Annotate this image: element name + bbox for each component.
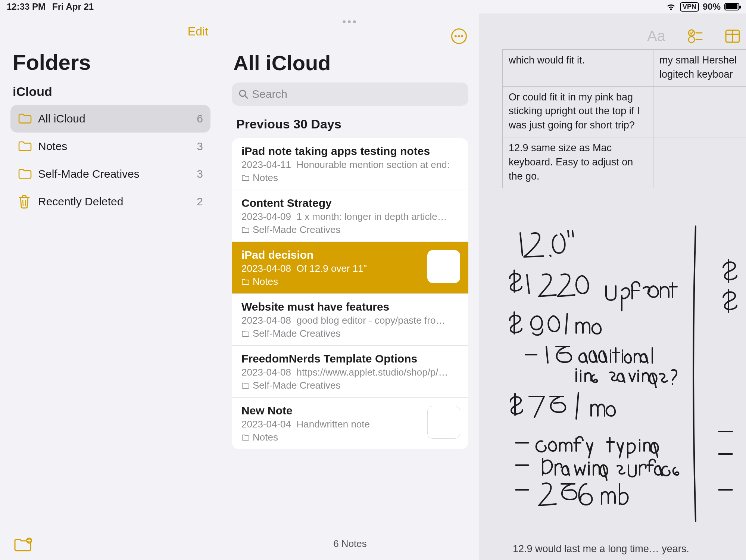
note-subtitle: 2023-04-11 Honourable mention section at… xyxy=(241,159,459,171)
note-title: iPad decision xyxy=(241,249,459,261)
notes-list-title: All iCloud xyxy=(221,44,479,83)
group-header: Previous 30 Days xyxy=(221,115,479,138)
folder-icon xyxy=(241,434,250,441)
table-cell[interactable]: which would fit it. xyxy=(503,50,653,87)
battery-icon xyxy=(724,3,739,10)
note-folder: Self-Made Creatives xyxy=(241,328,459,339)
svg-line-4 xyxy=(245,96,247,98)
folders-title: Folders xyxy=(13,50,208,75)
text-format-button[interactable]: Aa xyxy=(647,28,665,44)
note-row[interactable]: FreedomNerds Template Options2023-04-08 … xyxy=(232,346,468,398)
note-row[interactable]: iPad decision2023-04-08 Of 12.9 over 11"… xyxy=(232,242,468,294)
note-folder: Self-Made Creatives xyxy=(241,224,459,236)
search-icon xyxy=(238,89,248,99)
table-cell[interactable]: Or could fit it in my pink bag sticking … xyxy=(503,86,653,137)
note-row[interactable]: Content Strategy2023-04-09 1 x month: lo… xyxy=(232,190,468,242)
svg-point-7 xyxy=(689,37,695,43)
folder-count: 2 xyxy=(197,195,203,208)
note-content-pane[interactable]: Aa which would fit it.my small Hershel l… xyxy=(479,13,746,560)
status-date: Fri Apr 21 xyxy=(52,1,94,12)
new-folder-button[interactable] xyxy=(13,538,32,553)
note-row[interactable]: iPad note taking apps testing notes2023-… xyxy=(232,138,468,190)
folder-icon xyxy=(18,168,33,180)
folder-row[interactable]: Self-Made Creatives3 xyxy=(10,160,210,188)
folders-sidebar: Edit Folders iCloud All iCloud6Notes3Sel… xyxy=(0,13,221,560)
note-subtitle: 2023-04-09 1 x month: longer in depth ar… xyxy=(241,211,459,223)
svg-line-1 xyxy=(25,200,26,206)
battery-percent: 90% xyxy=(703,1,721,12)
status-bar: 12:33 PM Fri Apr 21 VPN 90% xyxy=(0,0,746,13)
note-subtitle: 2023-04-04 Handwritten note xyxy=(241,419,459,430)
folder-icon xyxy=(241,175,250,181)
status-time: 12:33 PM xyxy=(7,1,46,12)
search-input[interactable]: Search xyxy=(232,83,468,106)
folder-label: Recently Deleted xyxy=(38,195,197,208)
note-table[interactable]: which would fit it.my small Hershel logi… xyxy=(502,49,746,188)
note-folder: Self-Made Creatives xyxy=(241,380,459,391)
note-subtitle: 2023-04-08 https://www.applet.studio/sho… xyxy=(241,367,459,378)
folder-icon xyxy=(241,227,250,233)
folder-icon xyxy=(18,141,33,152)
note-title: iPad note taking apps testing notes xyxy=(241,145,459,158)
table-cell[interactable]: 12.9 same size as Mac keyboard. Easy to … xyxy=(503,137,653,188)
folder-row[interactable]: All iCloud6 xyxy=(10,105,210,133)
note-body-text[interactable]: 12.9 would last me a long time… years. xyxy=(513,543,689,555)
folder-icon xyxy=(241,330,250,337)
search-placeholder: Search xyxy=(252,88,287,100)
folder-icon xyxy=(241,382,250,389)
note-subtitle: 2023-04-08 good blog editor - copy/paste… xyxy=(241,315,459,326)
drag-handle-icon[interactable]: ••• xyxy=(221,13,479,25)
table-cell[interactable]: my small Hershel logitech keyboar xyxy=(653,50,746,87)
folder-icon xyxy=(241,279,250,285)
folder-row[interactable]: Recently Deleted2 xyxy=(10,188,210,215)
note-thumbnail xyxy=(427,250,460,283)
note-folder: Notes xyxy=(241,276,459,287)
section-icloud[interactable]: iCloud xyxy=(13,84,208,99)
more-button[interactable]: ••• xyxy=(451,28,467,44)
folder-count: 3 xyxy=(197,168,203,180)
note-thumbnail xyxy=(427,406,460,439)
folder-icon xyxy=(18,113,33,124)
folder-count: 6 xyxy=(197,112,203,125)
handwriting-area[interactable] xyxy=(498,223,746,529)
folder-label: Notes xyxy=(38,140,197,153)
note-row[interactable]: New Note2023-04-04 Handwritten noteNotes xyxy=(232,398,468,449)
notes-list-pane: ••• ••• All iCloud Search Previous 30 Da… xyxy=(221,13,479,560)
note-subtitle: 2023-04-08 Of 12.9 over 11" xyxy=(241,263,459,274)
table-button[interactable] xyxy=(725,29,740,43)
note-folder: Notes xyxy=(241,432,459,443)
vpn-badge: VPN xyxy=(680,2,699,12)
note-title: Content Strategy xyxy=(241,197,459,209)
folder-label: Self-Made Creatives xyxy=(38,168,197,180)
trash-icon xyxy=(18,195,33,209)
note-row[interactable]: Website must have features2023-04-08 goo… xyxy=(232,294,468,346)
notes-count: 6 Notes xyxy=(221,538,479,550)
folder-label: All iCloud xyxy=(38,112,197,125)
note-title: Website must have features xyxy=(241,301,459,313)
note-title: New Note xyxy=(241,404,459,417)
folder-count: 3 xyxy=(197,140,203,153)
table-cell[interactable] xyxy=(653,86,746,137)
folder-row[interactable]: Notes3 xyxy=(10,133,210,160)
note-folder: Notes xyxy=(241,172,459,184)
note-title: FreedomNerds Template Options xyxy=(241,352,459,365)
table-cell[interactable] xyxy=(653,137,746,188)
svg-line-0 xyxy=(23,200,23,206)
wifi-icon xyxy=(666,3,676,11)
edit-button[interactable]: Edit xyxy=(188,25,208,38)
checklist-button[interactable] xyxy=(688,29,703,44)
